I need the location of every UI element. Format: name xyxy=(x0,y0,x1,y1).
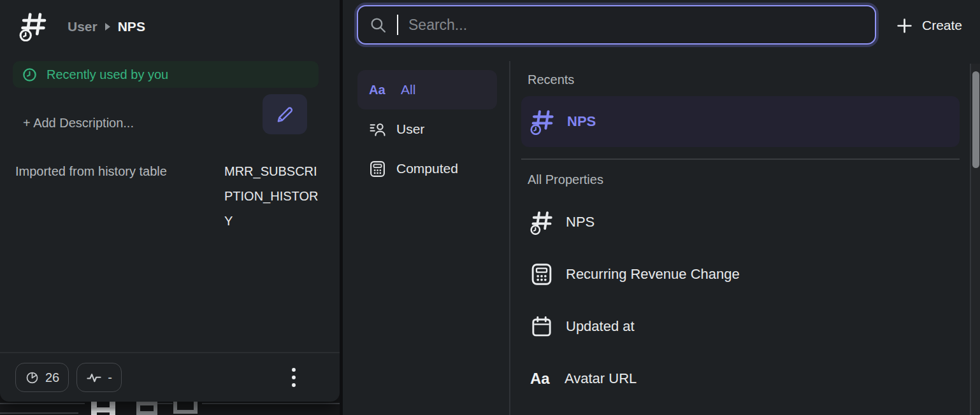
breadcrumb-parent[interactable]: User xyxy=(68,19,97,34)
pie-chart-icon xyxy=(25,370,40,385)
filter-tab-all[interactable]: Aa All xyxy=(357,70,497,109)
calculator-icon xyxy=(530,263,553,286)
scrollbar-thumb[interactable] xyxy=(972,71,979,168)
results-divider xyxy=(521,158,960,160)
filter-tab-label: All xyxy=(401,82,415,97)
activity-pulse-icon xyxy=(86,370,102,386)
kebab-menu-icon xyxy=(286,365,301,390)
scrollbar-track[interactable] xyxy=(970,64,980,415)
property-item-updated-at[interactable]: Updated at xyxy=(521,300,960,353)
import-info-row: Imported from history table MRR_SUBSCRIP… xyxy=(15,159,325,234)
property-item-label: Avatar URL xyxy=(565,370,637,387)
filter-tab-computed[interactable]: Computed xyxy=(357,149,497,188)
search-input[interactable] xyxy=(408,17,863,34)
user-list-icon xyxy=(369,121,386,138)
import-info-label: Imported from history table xyxy=(15,159,224,234)
edit-button[interactable] xyxy=(263,94,307,134)
search-icon xyxy=(370,17,387,34)
filters-divider xyxy=(509,61,510,415)
property-item-label: Recurring Revenue Change xyxy=(566,266,740,283)
calendar-icon xyxy=(530,315,553,338)
filter-tab-label: User xyxy=(396,122,424,137)
breadcrumb-current: NPS xyxy=(118,19,145,34)
breadcrumb-arrow-icon xyxy=(105,23,110,31)
recently-used-badge: Recently used by you xyxy=(13,61,319,88)
trend-value: - xyxy=(108,370,112,385)
property-item-recurring-revenue-change[interactable]: Recurring Revenue Change xyxy=(521,248,960,300)
text-caret xyxy=(397,15,398,35)
background-table-line xyxy=(202,403,340,404)
background-letter-glyph xyxy=(173,400,198,414)
filter-tabs: Aa All User Computed xyxy=(357,70,497,188)
property-item-label: Updated at xyxy=(566,318,635,335)
filter-tab-label: Computed xyxy=(396,161,458,176)
calculator-icon xyxy=(369,160,386,178)
recent-item-label: NPS xyxy=(567,113,596,130)
import-info-value: MRR_SUBSCRIPTION_HISTORY xyxy=(224,159,325,234)
search-dropdown-panel: Create Aa All User Computed Recents NPS xyxy=(343,0,980,415)
all-properties-header: All Properties xyxy=(521,161,960,196)
hash-clock-icon xyxy=(530,210,553,235)
breadcrumb: User NPS xyxy=(68,19,145,34)
pencil-icon xyxy=(275,104,295,125)
recently-used-label: Recently used by you xyxy=(47,67,168,82)
usage-count-button[interactable]: 26 xyxy=(15,363,69,392)
add-description-button[interactable]: + Add Description... xyxy=(23,116,134,130)
property-item-label: NPS xyxy=(566,214,594,230)
property-item-avatar-url[interactable]: Aa Avatar URL xyxy=(521,353,960,405)
property-header: User NPS xyxy=(19,11,145,41)
background-table-line xyxy=(157,403,173,404)
trend-button[interactable]: - xyxy=(76,363,122,392)
screen: User NPS Recently used by you + Add Desc… xyxy=(0,0,980,415)
usage-count: 26 xyxy=(45,370,59,385)
search-field[interactable] xyxy=(357,5,876,45)
create-button-label: Create xyxy=(922,18,962,33)
hash-clock-icon xyxy=(19,11,47,41)
text-format-icon: Aa xyxy=(530,370,552,388)
panel-divider xyxy=(340,0,343,415)
property-footer: 26 - xyxy=(0,352,340,402)
clock-icon xyxy=(22,67,38,83)
property-item-nps[interactable]: NPS xyxy=(521,196,960,248)
results-list: Recents NPS All Properties NPS Recurring… xyxy=(521,61,960,405)
text-format-icon: Aa xyxy=(369,83,391,97)
property-detail-panel: User NPS Recently used by you + Add Desc… xyxy=(0,0,340,402)
more-options-button[interactable] xyxy=(286,365,301,390)
create-button[interactable]: Create xyxy=(896,10,962,41)
background-letter-glyph xyxy=(136,402,157,415)
hash-clock-icon xyxy=(530,109,554,135)
recents-header: Recents xyxy=(521,61,960,96)
background-table-line xyxy=(0,403,85,404)
background-table-line xyxy=(0,412,78,414)
plus-icon xyxy=(896,17,913,34)
filter-tab-user[interactable]: User xyxy=(357,109,497,149)
recent-item-nps[interactable]: NPS xyxy=(521,96,960,147)
